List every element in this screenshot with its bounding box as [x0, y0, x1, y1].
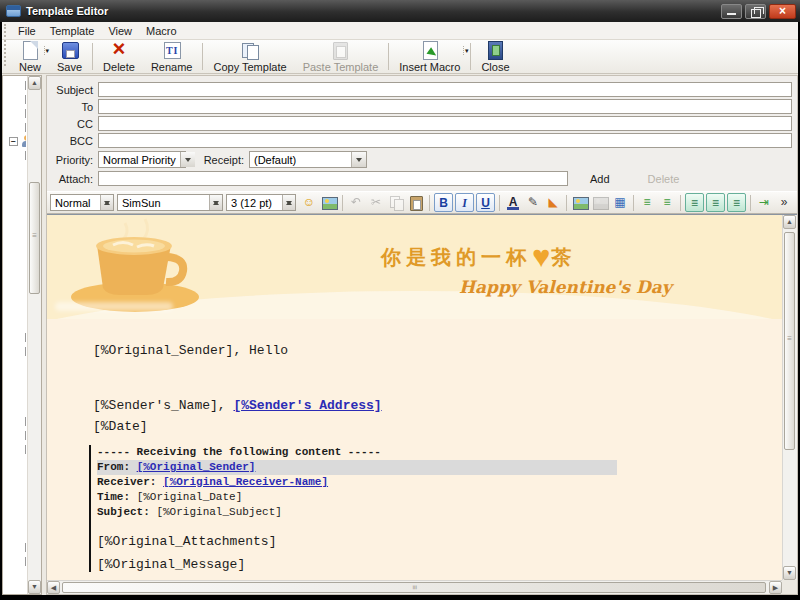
- ordered-list-icon[interactable]: ≡: [637, 193, 657, 212]
- collapse-icon[interactable]: −: [25, 445, 26, 454]
- scroll-down-icon[interactable]: ▼: [28, 580, 41, 594]
- original-receiver-link[interactable]: [%Original_Receiver-Name]: [163, 476, 328, 488]
- collapse-icon[interactable]: −: [25, 557, 26, 566]
- tree-item-dark-coffee[interactable]: eDark Coffee: [4, 582, 26, 593]
- expand-icon[interactable]: +: [25, 81, 26, 90]
- delete-button[interactable]: Delete: [95, 40, 143, 73]
- font-family-select[interactable]: SimSun: [117, 194, 223, 211]
- tree-item-home-town[interactable]: eHome town: [4, 204, 26, 218]
- tree-item-ray-streaks[interactable]: eRay Streaks: [4, 512, 26, 526]
- content-horizontal-scrollbar[interactable]: ◀ ▶: [47, 580, 782, 594]
- restore-button[interactable]: [745, 4, 766, 19]
- tree-item-business-page-3[interactable]: eBusiness-Page-3: [4, 386, 26, 400]
- spinner-icon[interactable]: [209, 195, 222, 210]
- content-vertical-scrollbar[interactable]: ▲ ▼: [782, 215, 797, 580]
- tree-scrollbar[interactable]: ▲ ▼: [27, 76, 41, 594]
- bold-icon[interactable]: B: [434, 193, 453, 212]
- tree-item-reply-templates-list[interactable]: −Reply templates list: [4, 134, 26, 148]
- tree-item-good-recently[interactable]: eGood recently: [4, 190, 26, 204]
- tree-item-dolphins[interactable]: +Dolphins: [4, 540, 26, 554]
- tree-item-winter[interactable]: eWinter: [4, 316, 26, 330]
- expand-icon[interactable]: +: [25, 123, 26, 132]
- fill-color-icon[interactable]: ◣: [543, 193, 563, 212]
- font-size-select[interactable]: 3 (12 pt): [226, 194, 296, 211]
- tree-item-peek-a-boo[interactable]: +Peek-A-Boo: [4, 106, 26, 120]
- tree-item-elegantly-simple[interactable]: eElegantly simple: [4, 176, 26, 190]
- sender-address-link[interactable]: [%Sender's_Address]: [233, 398, 381, 413]
- close-window-button[interactable]: ×: [769, 4, 796, 19]
- tree-item-spring[interactable]: eSpring: [4, 246, 26, 260]
- tree-scrollbar-thumb[interactable]: [29, 182, 40, 294]
- priority-select[interactable]: Normal Priority: [98, 151, 186, 168]
- toolbar-overflow-icon[interactable]: »: [774, 193, 794, 212]
- scroll-down-icon[interactable]: ▼: [783, 566, 796, 580]
- align-left-icon[interactable]: ≡: [685, 193, 704, 212]
- tree-item-dreamy-sunset[interactable]: eDreamy Sunset: [4, 456, 26, 470]
- font-color-icon[interactable]: A: [503, 193, 523, 212]
- spinner-icon[interactable]: [282, 195, 295, 210]
- new-button[interactable]: ▾New: [11, 40, 49, 73]
- minimize-button[interactable]: [721, 4, 742, 19]
- tree-item-the-leaf-falls-to-thi[interactable]: eThe leaf falls to thi...: [4, 302, 26, 316]
- tree-item-summer[interactable]: eSummer: [4, 274, 26, 288]
- scroll-up-icon[interactable]: ▲: [783, 215, 796, 229]
- menu-file[interactable]: File: [11, 24, 43, 38]
- save-button[interactable]: Save: [49, 40, 90, 73]
- indent-icon[interactable]: ⇥: [754, 193, 774, 212]
- cc-input[interactable]: [98, 116, 792, 131]
- expand-icon[interactable]: +: [25, 95, 26, 104]
- chevron-down-icon[interactable]: ▾: [463, 46, 469, 55]
- spinner-icon[interactable]: [100, 195, 113, 210]
- copy-template-button[interactable]: Copy Template: [205, 40, 294, 73]
- tree-item-bouncing-rays[interactable]: eBouncing Rays: [4, 568, 26, 582]
- chevron-down-icon[interactable]: [351, 152, 366, 167]
- scroll-up-icon[interactable]: ▲: [28, 76, 41, 90]
- expand-icon[interactable]: +: [25, 109, 26, 118]
- receipt-select[interactable]: (Default): [249, 151, 367, 168]
- content-scrollbar-thumb[interactable]: [784, 232, 795, 450]
- tree-item-good-morning[interactable]: −Good Morning: [4, 554, 26, 568]
- collapse-icon[interactable]: −: [25, 347, 26, 356]
- picture-icon[interactable]: [570, 193, 590, 212]
- tree-item-business-like[interactable]: +Business-Like: [4, 330, 26, 344]
- align-center-icon[interactable]: ≡: [706, 193, 725, 212]
- emoticon-icon[interactable]: ☺: [299, 193, 319, 212]
- menu-template[interactable]: Template: [43, 24, 102, 38]
- tree-item-one-cup-tea[interactable]: eOne cup tea: [4, 218, 26, 232]
- bcc-input[interactable]: [98, 133, 792, 148]
- table-icon[interactable]: ▦: [610, 193, 630, 212]
- tree-item-over-the-rainbow[interactable]: +Over the rainbow: [4, 92, 26, 106]
- paragraph-style-select[interactable]: Normal: [50, 194, 114, 211]
- chevron-down-icon[interactable]: [180, 152, 195, 167]
- tree-item-business-page-2[interactable]: eBusiness-Page-2: [4, 372, 26, 386]
- tree-item-week-days[interactable]: +Week Days: [4, 120, 26, 134]
- subject-input[interactable]: [98, 82, 792, 97]
- menu-macro[interactable]: Macro: [139, 24, 184, 38]
- tree-item-business-page-4[interactable]: eBusiness-Page-4: [4, 400, 26, 414]
- scroll-right-icon[interactable]: ▶: [769, 581, 782, 594]
- to-input[interactable]: [98, 99, 792, 114]
- collapse-icon[interactable]: −: [25, 151, 26, 160]
- tree-item-endless-sky[interactable]: eEndless Sky: [4, 470, 26, 484]
- italic-icon[interactable]: I: [455, 193, 474, 212]
- scroll-left-icon[interactable]: ◀: [47, 581, 60, 594]
- unordered-list-icon[interactable]: ≡: [657, 193, 677, 212]
- tree-item-clouds[interactable]: −Clouds: [4, 442, 26, 456]
- tree-item-the-dim-moonlight-i[interactable]: eThe dim moonlight i...: [4, 288, 26, 302]
- tree-item-cartoon[interactable]: +Cartoon: [4, 428, 26, 442]
- tree-item-business-page-1[interactable]: eBusiness-Page-1: [4, 358, 26, 372]
- underline-icon[interactable]: U: [476, 193, 495, 212]
- attach-add-button[interactable]: Add: [590, 173, 610, 185]
- collapse-icon[interactable]: −: [9, 137, 18, 146]
- tree-item-breeze-light-cloud-is-thin[interactable]: −Breeze light cloud is thin: [4, 148, 26, 162]
- original-sender-link[interactable]: [%Original_Sender]: [137, 461, 256, 473]
- tree-item-autumn[interactable]: eAutumn: [4, 162, 26, 176]
- tree-item-ocean-sunrise[interactable]: eOcean Sunrise: [4, 484, 26, 498]
- tree-item-business-page[interactable]: −Business-Page: [4, 344, 26, 358]
- expand-icon[interactable]: +: [25, 417, 26, 426]
- highlight-pen-icon[interactable]: ✎: [523, 193, 543, 212]
- tree-item-summer-lemon[interactable]: eSummer lemon: [4, 260, 26, 274]
- rename-button[interactable]: Rename: [143, 40, 201, 73]
- expand-icon[interactable]: +: [25, 431, 26, 440]
- tree-item-spring-such-as-are[interactable]: eSpring,such as are...: [4, 232, 26, 246]
